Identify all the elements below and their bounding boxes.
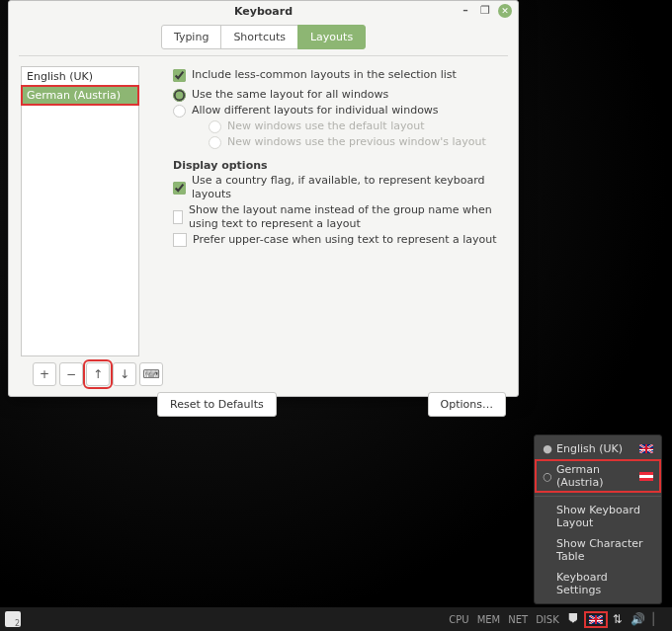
tab-bar: Typing Shortcuts Layouts: [9, 25, 518, 49]
radio-unselected-icon: ○: [543, 470, 552, 483]
use-flag-label: Use a country flag, if available, to rep…: [192, 174, 506, 201]
layout-options-button[interactable]: Options…: [428, 392, 506, 417]
panel-separator-icon: ▏: [653, 612, 662, 626]
window-minimize-button[interactable]: –: [459, 4, 472, 18]
layout-list[interactable]: English (UK) German (Austria): [21, 66, 139, 356]
menu-layout-english-uk[interactable]: ● English (UK): [535, 438, 661, 459]
same-layout-all-label: Use the same layout for all windows: [192, 88, 388, 102]
remove-layout-button[interactable]: −: [59, 362, 83, 386]
menu-layout-english-uk-label: English (UK): [552, 442, 639, 455]
show-layout-diagram-button[interactable]: ⌨: [139, 362, 163, 386]
volume-tray-icon[interactable]: 🔊: [630, 612, 645, 626]
plus-icon: +: [40, 367, 49, 381]
tab-typing[interactable]: Typing: [161, 25, 222, 49]
prefer-uppercase-label: Prefer upper-case when using text to rep…: [193, 233, 497, 247]
svg-rect-11: [589, 618, 603, 619]
add-layout-button[interactable]: +: [33, 362, 56, 386]
mem-meter[interactable]: MEM: [477, 614, 501, 625]
menu-layout-german-austria-label: German (Austria): [552, 463, 639, 489]
menu-show-character-table[interactable]: Show Character Table: [535, 533, 661, 567]
menu-keyboard-settings[interactable]: Keyboard Settings: [535, 567, 661, 600]
window-title: Keyboard: [234, 5, 293, 18]
network-tray-icon[interactable]: ⇅: [613, 612, 623, 626]
flag-uk-icon: [639, 444, 653, 453]
new-windows-default-label: New windows use the default layout: [227, 119, 425, 133]
new-windows-previous-radio: [209, 136, 221, 149]
tab-layouts[interactable]: Layouts: [297, 25, 366, 49]
use-flag-checkbox[interactable]: [173, 182, 186, 195]
start-menu-button[interactable]: [5, 611, 21, 627]
disk-meter[interactable]: DISK: [536, 614, 559, 625]
radio-selected-icon: ●: [543, 442, 552, 455]
flag-uk-icon: [589, 615, 603, 624]
menu-layout-german-austria[interactable]: ○ German (Austria): [535, 459, 661, 493]
move-down-button[interactable]: ↓: [113, 362, 136, 386]
keyboard-settings-window: Keyboard – ❐ ✕ Typing Shortcuts Layouts …: [8, 0, 519, 397]
reset-defaults-button[interactable]: Reset to Defaults: [157, 392, 277, 417]
keyboard-icon: ⌨: [142, 367, 159, 381]
move-up-button[interactable]: ↑: [86, 362, 110, 386]
keyboard-layout-tray-menu: ● English (UK) ○ German (Austria) Show K…: [534, 434, 662, 604]
arrow-down-icon: ↓: [120, 367, 129, 381]
arrow-up-icon: ↑: [93, 367, 103, 381]
layout-list-toolbar: + − ↑ ↓ ⌨: [21, 356, 163, 386]
same-layout-all-radio[interactable]: [173, 89, 186, 102]
keyboard-layout-tray-icon[interactable]: [587, 614, 605, 625]
menu-show-keyboard-layout[interactable]: Show Keyboard Layout: [535, 500, 661, 533]
new-windows-previous-label: New windows use the previous window's la…: [227, 135, 486, 149]
layout-options-pane: Include less-common layouts in the selec…: [173, 66, 506, 386]
different-layouts-label: Allow different layouts for individual w…: [192, 104, 439, 118]
prefer-uppercase-checkbox[interactable]: [173, 233, 187, 247]
tab-shortcuts[interactable]: Shortcuts: [220, 25, 298, 49]
display-options-header: Display options: [173, 159, 506, 172]
net-meter[interactable]: NET: [508, 614, 528, 625]
update-manager-tray-icon[interactable]: ⛊: [567, 612, 579, 626]
new-windows-default-radio: [209, 120, 221, 133]
svg-rect-4: [639, 448, 653, 449]
show-layout-name-checkbox[interactable]: [173, 210, 183, 224]
window-titlebar[interactable]: Keyboard – ❐ ✕: [9, 1, 518, 23]
layout-item-german-austria[interactable]: German (Austria): [22, 86, 138, 105]
cpu-meter[interactable]: CPU: [449, 614, 468, 625]
flag-austria-icon: [639, 472, 653, 481]
window-maximize-button[interactable]: ❐: [478, 4, 492, 18]
different-layouts-radio[interactable]: [173, 105, 186, 118]
include-less-common-checkbox[interactable]: [173, 69, 186, 82]
window-close-button[interactable]: ✕: [498, 4, 512, 18]
minus-icon: −: [66, 367, 76, 381]
show-layout-name-label: Show the layout name instead of the grou…: [189, 203, 506, 231]
layout-item-english-uk[interactable]: English (UK): [22, 67, 138, 86]
svg-rect-6: [639, 475, 653, 478]
include-less-common-label: Include less-common layouts in the selec…: [192, 68, 457, 82]
taskbar: CPU MEM NET DISK ⛊ ⇅ 🔊 ▏: [0, 607, 672, 631]
